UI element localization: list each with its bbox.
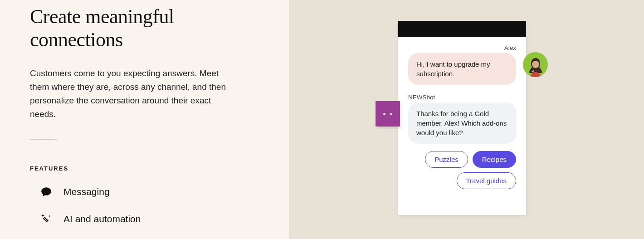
speech-bubble-icon bbox=[40, 185, 53, 198]
chip-puzzles[interactable]: Puzzles bbox=[425, 151, 468, 168]
feature-messaging[interactable]: Messaging bbox=[30, 185, 271, 198]
phone-mock: Alex Hi, I want to upgrade my subscripti… bbox=[398, 21, 526, 215]
chip-recipes[interactable]: Recipes bbox=[473, 151, 516, 168]
svg-point-0 bbox=[532, 61, 539, 68]
chat-bot-bubble: Thanks for being a Gold member, Alex! Wh… bbox=[408, 102, 516, 144]
dot-icon bbox=[390, 113, 392, 115]
chat-user-name: Alex bbox=[408, 44, 516, 51]
feature-ai-automation[interactable]: AI and automation bbox=[30, 213, 271, 225]
features-label: FEATURES bbox=[30, 165, 271, 172]
feature-label: AI and automation bbox=[63, 214, 141, 224]
dot-icon bbox=[383, 113, 385, 115]
hero-left-pane: Create meaningful connections Customers … bbox=[0, 0, 289, 239]
bot-badge-icon bbox=[376, 101, 400, 127]
hero-heading: Create meaningful connections bbox=[30, 5, 239, 51]
magic-wand-icon bbox=[40, 213, 53, 225]
chat-bot-name: NEWSbot bbox=[408, 94, 516, 101]
feature-label: Messaging bbox=[63, 186, 110, 197]
hero-body: Customers come to you expecting answers.… bbox=[30, 67, 239, 121]
quick-reply-chips: Puzzles Recipes Travel guides bbox=[408, 151, 516, 189]
avatar bbox=[523, 52, 548, 77]
phone-content: Alex Hi, I want to upgrade my subscripti… bbox=[398, 37, 526, 189]
chip-travel-guides[interactable]: Travel guides bbox=[457, 172, 517, 189]
person-icon bbox=[527, 56, 545, 77]
hero-right-pane: Alex Hi, I want to upgrade my subscripti… bbox=[289, 0, 644, 239]
phone-status-bar bbox=[398, 21, 526, 37]
divider bbox=[30, 139, 57, 140]
chat-user-bubble: Hi, I want to upgrade my subscription. bbox=[408, 53, 516, 85]
